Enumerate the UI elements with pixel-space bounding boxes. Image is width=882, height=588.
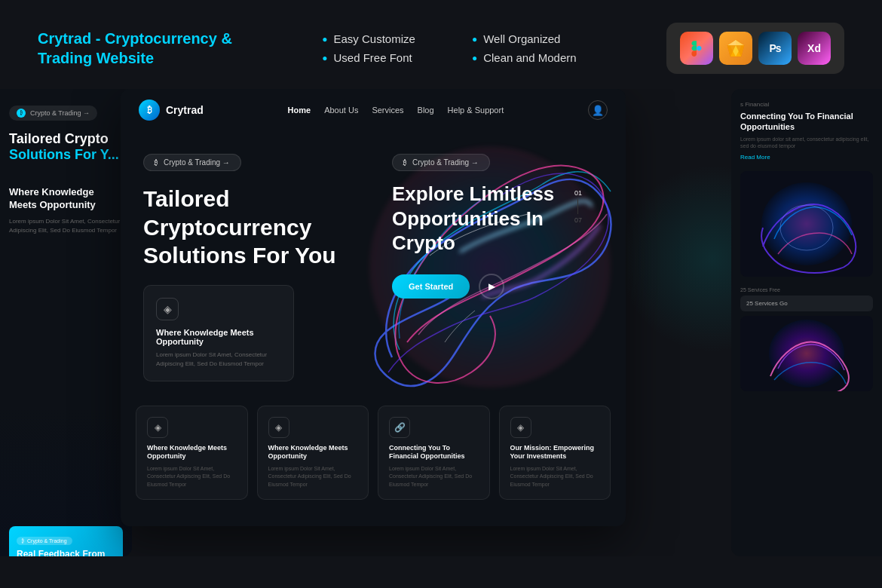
- sketch-badge: [719, 32, 752, 65]
- ps-badge: Ps: [758, 32, 792, 65]
- pagination-vertical: 01 07: [574, 189, 582, 224]
- feature-used-free-font: Used Free Font: [322, 51, 427, 64]
- content-area: ₿ Crypto & Trading → Tailored Crypto Sol…: [0, 89, 882, 556]
- left-preview-panel: ₿ Crypto & Trading → Tailored Crypto Sol…: [0, 89, 132, 556]
- hero-heading-right: Explore Limitless Opportunities In Crypt…: [392, 182, 603, 256]
- features-list: Easy Customize Well Organized Used Free …: [322, 32, 576, 64]
- hero-cta-row: Get Started ▶: [392, 274, 603, 299]
- nav-links: Home About Us Services Blog Help & Suppo…: [288, 106, 504, 115]
- figma-badge: [680, 32, 713, 65]
- nav-link-help[interactable]: Help & Support: [448, 106, 504, 115]
- center-preview-panel: ₿ Crytrad Home About Us Services Blog He…: [121, 89, 626, 526]
- feature-well-organized: Well Organized: [472, 32, 577, 45]
- feature-easy-customize: Easy Customize: [322, 32, 427, 45]
- hero-heading-left: Tailored Cryptocurrency Solutions For Yo…: [143, 185, 400, 270]
- lp-tag: ₿ Crypto & Trading →: [9, 106, 97, 121]
- nav-logo: ₿ Crytrad: [139, 100, 204, 121]
- hero-tag-right: ₿ Crypto & Trading →: [392, 154, 490, 171]
- preview-card-2: ◈ Where Knowledge Meets Opportunity Lore…: [257, 406, 369, 501]
- nav-user-icon[interactable]: 👤: [588, 100, 608, 120]
- feature-clean-modern: Clean and Modern: [472, 51, 577, 64]
- lp-cyan-badge: ₿ Crypto & Trading Real Feedback From Ou…: [9, 526, 123, 556]
- xd-badge: Xd: [798, 32, 831, 65]
- card-2-icon: ◈: [268, 417, 289, 438]
- play-button[interactable]: ▶: [479, 274, 504, 299]
- preview-cards-row: ◈ Where Knowledge Meets Opportunity Lore…: [121, 397, 626, 510]
- rp-3d-object-2: [740, 316, 873, 391]
- preview-navbar: ₿ Crytrad Home About Us Services Blog He…: [121, 89, 626, 131]
- pag-divider: [577, 199, 578, 214]
- right-preview-panel: s Financial Connecting You To Financial …: [731, 89, 882, 556]
- nav-link-about[interactable]: About Us: [324, 106, 358, 115]
- header: Crytrad - Cryptocurrency & Trading Websi…: [0, 0, 882, 89]
- nav-link-home[interactable]: Home: [288, 106, 311, 115]
- preview-hero: ₿ Crypto & Trading → Tailored Cryptocurr…: [121, 131, 626, 397]
- hero-card: ◈ Where Knowledge Meets Opportunity Lore…: [143, 285, 294, 381]
- nav-logo-icon: ₿: [139, 100, 160, 121]
- lp-heading: Tailored Crypto Solutions For Y...: [9, 131, 123, 164]
- rp-text-block: s Financial Connecting You To Financial …: [740, 101, 873, 161]
- preview-card-4: ◈ Our Mission: Empowering Your Investmen…: [499, 406, 611, 501]
- get-started-button[interactable]: Get Started: [392, 274, 470, 299]
- card-1-icon: ◈: [147, 417, 168, 438]
- card-4-icon: ◈: [510, 417, 531, 438]
- hero-card-icon: ◈: [156, 298, 179, 320]
- rp-services-badge: 25 Services Go: [740, 296, 873, 311]
- preview-card-1: ◈ Where Knowledge Meets Opportunity Lore…: [136, 406, 248, 501]
- hero-right-content: ₿ Crypto & Trading → Explore Limitless O…: [392, 154, 603, 299]
- brand-title: Crytrad - Cryptocurrency & Trading Websi…: [38, 29, 232, 68]
- tool-badges: Ps Xd: [666, 23, 844, 74]
- preview-card-3: 🔗 Connecting You To Financial Opportunit…: [378, 406, 490, 501]
- nav-link-services[interactable]: Services: [372, 106, 403, 115]
- hero-tag-left: ₿ Crypto & Trading →: [143, 154, 241, 171]
- nav-link-blog[interactable]: Blog: [418, 106, 434, 115]
- card-3-icon: 🔗: [389, 417, 410, 438]
- rp-3d-object-1: [740, 171, 873, 277]
